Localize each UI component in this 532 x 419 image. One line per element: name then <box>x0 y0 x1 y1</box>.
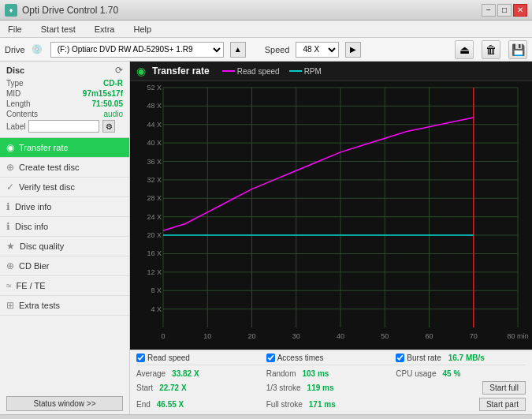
verify-test-disc-label: Verify test disc <box>19 182 75 192</box>
label-input[interactable] <box>28 120 99 133</box>
app-icon: ♦ <box>5 4 17 17</box>
menu-file[interactable]: File <box>3 23 27 36</box>
disc-quality-icon: ★ <box>6 241 15 252</box>
mid-key: MID <box>6 89 20 98</box>
legend-read-speed: Read speed <box>222 67 280 76</box>
chart-header: ◉ Transfer rate Read speed RPM <box>130 62 532 81</box>
sidebar: Disc ⟳ Type CD-R MID 97m15s17f Length 71… <box>0 62 130 414</box>
menu-extra[interactable]: Extra <box>90 23 120 36</box>
disc-panel: Disc ⟳ Type CD-R MID 97m15s17f Length 71… <box>0 62 129 138</box>
sidebar-item-create-test-disc[interactable]: ⊕Create test disc <box>0 158 129 178</box>
chart-legend: Read speed RPM <box>222 67 322 76</box>
status-window-button[interactable]: Status window >> <box>6 396 123 411</box>
cpu-usage-key: CPU usage <box>396 369 436 378</box>
chart-area <box>130 81 532 350</box>
sidebar-item-transfer-rate[interactable]: ◉Transfer rate <box>0 138 129 158</box>
legend-read-speed-label: Read speed <box>237 67 280 76</box>
stats-bar: Read speed Access times Burst rate 16.7 … <box>130 350 532 414</box>
legend-rpm: RPM <box>289 67 322 76</box>
burst-rate-value: 16.7 MB/s <box>448 354 485 362</box>
transfer-chart <box>130 81 532 350</box>
start-part-button[interactable]: Start part <box>479 398 526 411</box>
maximize-button[interactable]: □ <box>497 4 512 17</box>
sidebar-item-extra-tests[interactable]: ⊞Extra tests <box>0 296 129 316</box>
eject-button[interactable]: ⏏ <box>455 40 474 59</box>
main-layout: Disc ⟳ Type CD-R MID 97m15s17f Length 71… <box>0 62 532 414</box>
app-title: Opti Drive Control 1.70 <box>22 5 118 16</box>
transfer-rate-icon: ◉ <box>6 142 14 153</box>
drive-info-label: Drive info <box>15 202 51 211</box>
start-key: Start <box>136 383 153 392</box>
extra-tests-icon: ⊞ <box>6 300 14 311</box>
menu-bar: File Start test Extra Help <box>0 21 532 38</box>
read-speed-check-label: Read speed <box>147 354 190 362</box>
drive-bar: Drive 💿 (F:) Optiarc DVD RW AD-5290S+ 1.… <box>0 38 532 62</box>
sidebar-item-drive-info[interactable]: ℹDrive info <box>0 197 129 217</box>
sidebar-item-cd-bier[interactable]: ⊕CD Bier <box>0 256 129 276</box>
speed-arrow[interactable]: ▶ <box>345 42 361 58</box>
stroke13-value: 119 ms <box>307 383 334 392</box>
transfer-rate-label: Transfer rate <box>19 143 69 152</box>
drive-info-icon: ℹ <box>6 201 10 212</box>
stroke13-key: 1/3 stroke <box>266 383 301 392</box>
menu-help[interactable]: Help <box>128 23 156 36</box>
verify-test-disc-icon: ✓ <box>6 181 14 193</box>
label-gear-button[interactable]: ⚙ <box>102 120 115 133</box>
fe-te-label: FE / TE <box>17 281 46 290</box>
app-status-bar: Test completed 100.0% 00:03 <box>0 414 532 419</box>
disc-quality-label: Disc quality <box>20 241 64 251</box>
speed-select[interactable]: 48 X <box>296 42 339 58</box>
sidebar-item-disc-info[interactable]: ℹDisc info <box>0 217 129 237</box>
sidebar-item-fe-te[interactable]: ≈FE / TE <box>0 276 129 296</box>
disc-info-icon: ℹ <box>6 221 10 232</box>
disc-arrow-icon[interactable]: ⟳ <box>115 65 123 76</box>
random-key: Random <box>266 369 296 378</box>
chart-title: Transfer rate <box>152 65 210 77</box>
cpu-usage-value: 45 % <box>442 369 460 378</box>
random-value: 103 ms <box>302 369 329 378</box>
nav-list: ◉Transfer rate⊕Create test disc✓Verify t… <box>0 138 129 316</box>
title-bar: ♦ Opti Drive Control 1.70 − □ ✕ <box>0 0 532 21</box>
close-button[interactable]: ✕ <box>513 4 527 17</box>
full-stroke-value: 171 ms <box>309 400 336 409</box>
length-value: 71:50.05 <box>92 99 123 108</box>
start-value: 22.72 X <box>159 383 186 392</box>
sidebar-item-verify-test-disc[interactable]: ✓Verify test disc <box>0 178 129 197</box>
cd-bier-icon: ⊕ <box>6 260 14 271</box>
read-speed-checkbox[interactable] <box>136 354 145 362</box>
drive-label: Drive <box>5 45 25 54</box>
average-value: 33.82 X <box>172 369 199 378</box>
contents-value: audio <box>104 110 123 118</box>
chart-green-icon: ◉ <box>136 65 146 77</box>
cd-bier-label: CD Bier <box>19 261 50 271</box>
access-times-checkbox[interactable] <box>266 354 275 362</box>
burst-rate-check-label: Burst rate <box>407 354 441 362</box>
label-key: Label <box>6 122 25 131</box>
minimize-button[interactable]: − <box>482 4 496 17</box>
disc-info-label: Disc info <box>15 222 48 231</box>
drive-select[interactable]: (F:) Optiarc DVD RW AD-5290S+ 1.R9 <box>50 42 224 58</box>
access-times-check-label: Access times <box>277 354 324 362</box>
disc-title: Disc <box>6 65 24 75</box>
end-key: End <box>136 400 151 409</box>
end-value: 46.55 X <box>157 400 184 409</box>
legend-rpm-label: RPM <box>304 67 322 76</box>
drive-arrow-up[interactable]: ▲ <box>230 42 246 58</box>
length-key: Length <box>6 99 31 108</box>
full-stroke-key: Full stroke <box>266 400 303 409</box>
type-value: CD-R <box>103 79 123 88</box>
create-test-disc-label: Create test disc <box>19 163 79 172</box>
mid-value: 97m15s17f <box>83 89 123 98</box>
contents-key: Contents <box>6 110 38 118</box>
drive-icon: 💿 <box>32 44 43 54</box>
sidebar-item-disc-quality[interactable]: ★Disc quality <box>0 237 129 256</box>
create-test-disc-icon: ⊕ <box>6 162 14 173</box>
menu-start-test[interactable]: Start test <box>36 23 80 36</box>
burst-rate-checkbox[interactable] <box>396 354 404 362</box>
legend-line-pink <box>222 70 235 72</box>
clear-button[interactable]: 🗑 <box>482 40 500 59</box>
average-key: Average <box>136 369 166 378</box>
type-key: Type <box>6 79 24 88</box>
start-full-button[interactable]: Start full <box>482 381 526 395</box>
save-button[interactable]: 💾 <box>508 40 527 59</box>
